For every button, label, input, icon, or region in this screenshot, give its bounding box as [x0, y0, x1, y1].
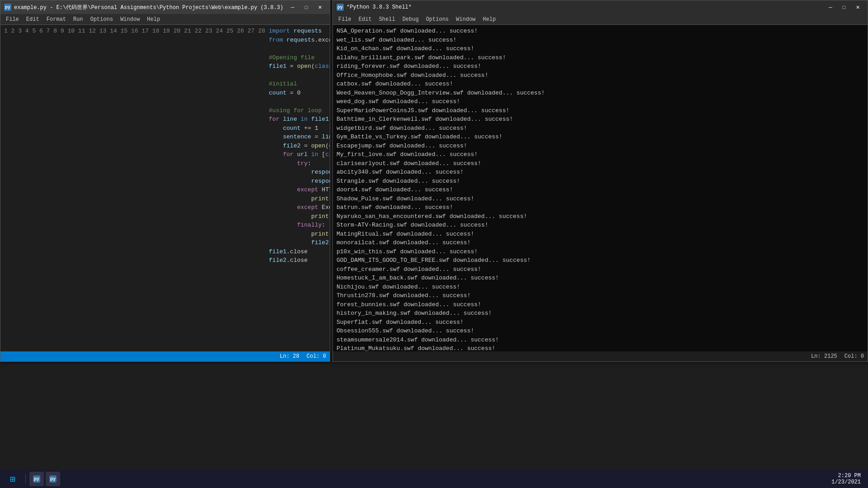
editor-menu-file[interactable]: File [2, 15, 23, 24]
shell-menu-help[interactable]: Help [479, 15, 499, 24]
windows-icon: ⊞ [10, 474, 15, 485]
clock-date: 1/23/2021 [831, 479, 861, 485]
shell-menu-bar: File Edit Shell Debug Options Window Hel… [333, 14, 868, 25]
editor-icon: py [4, 4, 11, 11]
code-area[interactable]: 1 2 3 4 5 6 7 8 9 10 11 12 13 14 15 16 1… [0, 25, 330, 351]
shell-menu-debug[interactable]: Debug [399, 15, 422, 24]
editor-title: example.py - E:\代码世界\Personal Assignment… [14, 4, 283, 11]
editor-menu-options[interactable]: Options [86, 15, 116, 24]
shell-status-ln: Ln: 2125 [811, 353, 837, 360]
editor-title-bar[interactable]: py example.py - E:\代码世界\Personal Assignm… [0, 0, 330, 14]
shell-title: *Python 3.8.3 Shell* [346, 4, 412, 10]
shell-menu-window[interactable]: Window [452, 15, 479, 24]
taskbar-clock: 2:20 PM 1/23/2021 [831, 473, 864, 485]
taskbar-shell-icon: py [49, 475, 57, 483]
editor-minimize-button[interactable]: ─ [286, 3, 299, 12]
taskbar: ⊞ py py 2:20 PM 1/23/2021 [0, 470, 868, 488]
editor-restore-button[interactable]: □ [300, 3, 313, 12]
line-numbers: 1 2 3 4 5 6 7 8 9 10 11 12 13 14 15 16 1… [0, 27, 269, 350]
shell-menu-options[interactable]: Options [422, 15, 452, 24]
shell-output[interactable]: NSA_Operation.swf downloaded... success!… [333, 25, 868, 351]
shell-restore-button[interactable]: □ [838, 3, 850, 12]
editor-menu-format[interactable]: Format [43, 15, 70, 24]
shell-status-bar: Ln: 2125 Col: 0 [333, 351, 868, 361]
editor-status-col: Col: 0 [307, 353, 326, 360]
editor-menu-bar: File Edit Format Run Options Window Help [0, 14, 330, 25]
shell-controls: ─ □ ✕ [824, 3, 864, 12]
editor-close-button[interactable]: ✕ [313, 3, 326, 12]
desktop: py example.py - E:\代码世界\Personal Assignm… [0, 0, 868, 470]
editor-window: py example.py - E:\代码世界\Personal Assignm… [0, 0, 330, 362]
shell-icon: py [337, 4, 344, 11]
editor-menu-edit[interactable]: Edit [23, 15, 43, 24]
editor-menu-window[interactable]: Window [117, 15, 143, 24]
shell-close-button[interactable]: ✕ [851, 3, 864, 12]
taskbar-separator [25, 474, 26, 483]
shell-status-col: Col: 0 [844, 353, 864, 360]
shell-minimize-button[interactable]: ─ [824, 3, 837, 12]
taskbar-editor-icon: py [33, 475, 40, 483]
taskbar-item-shell[interactable]: py [46, 472, 60, 486]
clock-time: 2:20 PM [831, 473, 861, 479]
code-content[interactable]: import requests from requests.exceptions… [269, 27, 330, 350]
shell-menu-edit[interactable]: Edit [355, 15, 375, 24]
start-button[interactable]: ⊞ [4, 472, 22, 486]
editor-status-ln: Ln: 28 [280, 353, 299, 360]
shell-window: py *Python 3.8.3 Shell* ─ □ ✕ File Edit … [332, 0, 868, 362]
editor-menu-help[interactable]: Help [143, 15, 164, 24]
shell-menu-shell[interactable]: Shell [375, 15, 399, 24]
taskbar-item-editor[interactable]: py [29, 472, 44, 486]
shell-title-bar[interactable]: py *Python 3.8.3 Shell* ─ □ ✕ [333, 0, 868, 14]
editor-status-bar: Ln: 28 Col: 0 [0, 351, 330, 361]
editor-controls: ─ □ ✕ [286, 3, 326, 12]
shell-menu-file[interactable]: File [335, 15, 355, 24]
editor-menu-run[interactable]: Run [70, 15, 87, 24]
